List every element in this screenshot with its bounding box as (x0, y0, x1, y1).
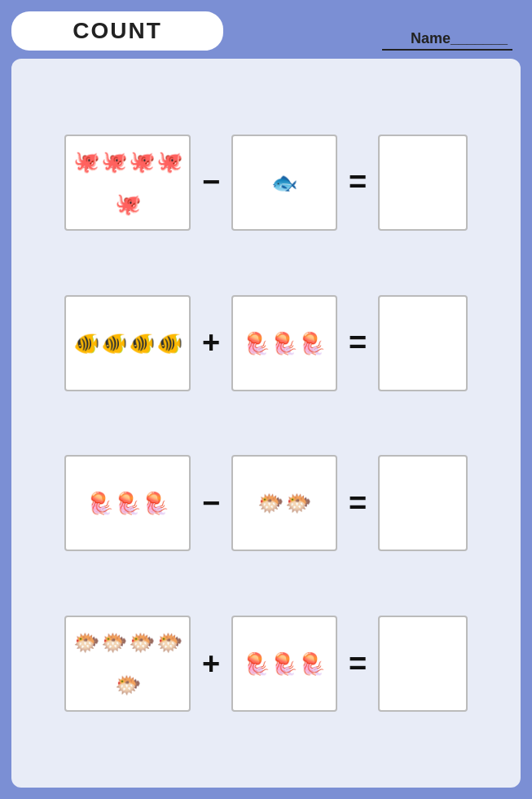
problem-row-2: 🐠 🐠 🐠 🐠 + 🪼 🪼 🪼 = (20, 295, 512, 391)
emoji: 🐙 (156, 151, 182, 172)
emoji: 🪼 (143, 492, 169, 514)
emoji: 🪼 (115, 492, 141, 514)
emoji: 🐠 (101, 333, 127, 354)
emoji: 🪼 (244, 653, 270, 674)
left-cell-2: 🐠 🐠 🐠 🐠 (64, 295, 191, 391)
emoji: 🪼 (299, 333, 325, 354)
emoji: 🐡 (115, 674, 141, 695)
emoji: 🐡 (285, 492, 311, 514)
left-emoji-grid-3: 🪼 🪼 🪼 (71, 461, 184, 545)
equals-4: = (342, 647, 373, 682)
left-cell-3: 🪼 🪼 🪼 (64, 455, 191, 551)
operator-3: − (196, 486, 226, 521)
answer-cell-4 (378, 616, 468, 712)
emoji: 🐡 (129, 632, 155, 653)
right-cell-3: 🐡 🐡 (231, 455, 337, 551)
header-row: COUNT Name_______ (11, 11, 521, 51)
emoji: 🐙 (73, 151, 99, 172)
name-label: Name_______ (382, 30, 512, 51)
left-cell-1: 🐙 🐙 🐙 🐙 🐙 (64, 135, 191, 231)
emoji: 🐙 (129, 151, 155, 172)
emoji: 🐙 (115, 193, 141, 214)
main-card: 🐙 🐙 🐙 🐙 🐙 − 🐟 = 🐠 🐠 (11, 59, 521, 788)
emoji: 🐡 (101, 632, 127, 653)
equals-2: = (342, 325, 373, 360)
right-emoji-grid-3: 🐡 🐡 (238, 461, 331, 545)
left-emoji-grid-4: 🐡 🐡 🐡 🐡 🐡 (71, 622, 184, 705)
title-box: COUNT (11, 11, 223, 51)
left-emoji-grid-1: 🐙 🐙 🐙 🐙 🐙 (71, 141, 184, 224)
emoji: 🐠 (129, 333, 155, 354)
equals-1: = (342, 165, 373, 200)
operator-1: − (196, 165, 226, 200)
left-cell-4: 🐡 🐡 🐡 🐡 🐡 (64, 616, 191, 712)
right-cell-1: 🐟 (231, 135, 337, 231)
operator-2: + (196, 325, 226, 360)
equals-3: = (342, 486, 373, 521)
problem-row-1: 🐙 🐙 🐙 🐙 🐙 − 🐟 = (20, 135, 512, 231)
emoji: 🐙 (101, 151, 127, 172)
right-emoji-grid-2: 🪼 🪼 🪼 (238, 302, 331, 385)
right-emoji-grid-4: 🪼 🪼 🪼 (238, 622, 331, 705)
emoji: 🪼 (271, 653, 297, 674)
right-cell-2: 🪼 🪼 🪼 (231, 295, 337, 391)
right-emoji-grid-1: 🐟 (238, 141, 331, 224)
page-title: COUNT (73, 18, 162, 43)
left-emoji-grid-2: 🐠 🐠 🐠 🐠 (71, 302, 184, 385)
emoji: 🐡 (257, 492, 284, 514)
emoji: 🪼 (271, 333, 297, 354)
answer-cell-3 (378, 455, 468, 551)
emoji: 🐟 (271, 172, 297, 193)
right-cell-4: 🪼 🪼 🪼 (231, 616, 337, 712)
emoji: 🪼 (299, 653, 325, 674)
emoji: 🪼 (87, 492, 113, 514)
emoji: 🐠 (73, 333, 99, 354)
emoji: 🐠 (156, 333, 182, 354)
outer-background: COUNT Name_______ 🐙 🐙 🐙 🐙 🐙 − � (0, 0, 532, 799)
problem-row-3: 🪼 🪼 🪼 − 🐡 🐡 = (20, 455, 512, 551)
answer-cell-1 (378, 135, 468, 231)
problem-row-4: 🐡 🐡 🐡 🐡 🐡 + 🪼 🪼 🪼 = (20, 616, 512, 712)
operator-4: + (196, 647, 226, 682)
emoji: 🐡 (73, 632, 99, 653)
emoji: 🪼 (244, 333, 270, 354)
emoji: 🐡 (156, 632, 182, 653)
answer-cell-2 (378, 295, 468, 391)
